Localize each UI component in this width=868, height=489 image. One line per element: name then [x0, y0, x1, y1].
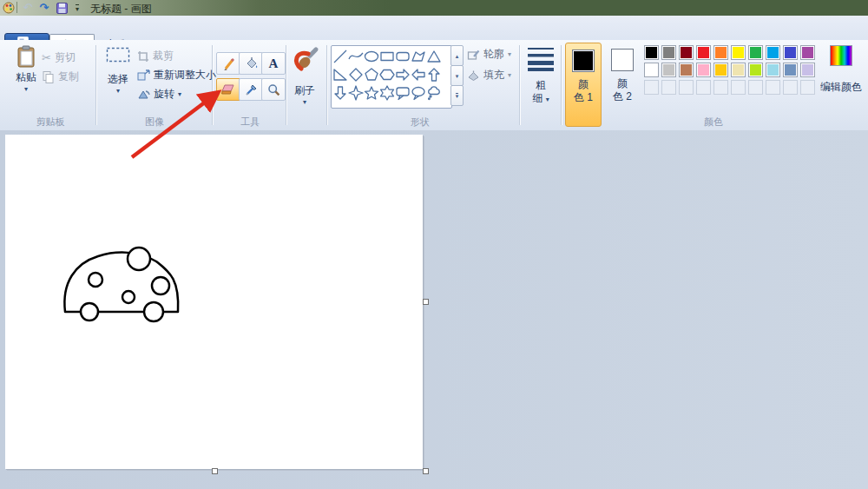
shape-oval-callout-icon[interactable]: [411, 83, 426, 102]
shape-triangle-icon[interactable]: [426, 47, 442, 65]
pencil-tool[interactable]: [216, 52, 240, 75]
shapes-more-button[interactable]: ▾: [450, 85, 464, 106]
copy-button[interactable]: 复制: [42, 69, 79, 84]
undo-icon[interactable]: ↶: [21, 1, 35, 14]
shape-rectangle-icon[interactable]: [379, 47, 395, 65]
shape-six-point-star-icon[interactable]: [379, 83, 395, 102]
brushes-button[interactable]: 刷子 ▾: [287, 45, 322, 105]
titlebar-separator: [16, 2, 17, 13]
shape-right-triangle-icon[interactable]: [332, 65, 348, 83]
magnifier-tool[interactable]: [261, 78, 286, 101]
redo-icon[interactable]: ↷: [37, 1, 51, 14]
fill-tool[interactable]: [239, 52, 263, 75]
shapes-scroll-down-button[interactable]: ▾: [450, 65, 464, 86]
palette-swatch-empty[interactable]: [696, 80, 711, 95]
shape-oval-icon[interactable]: [364, 47, 379, 65]
shape-pentagon-icon[interactable]: [364, 65, 379, 83]
shape-five-point-star-icon[interactable]: [364, 83, 379, 102]
color2-button[interactable]: 颜 色 2: [604, 43, 641, 127]
paste-button[interactable]: 粘贴 ▾: [9, 45, 43, 92]
palette-swatch-empty[interactable]: [766, 80, 780, 95]
color2-label-line2: 色 2: [613, 90, 632, 103]
palette-swatch[interactable]: [766, 45, 780, 60]
shape-hexagon-icon[interactable]: [379, 65, 395, 83]
window-title: 无标题 - 画图: [90, 2, 152, 17]
shape-polygon-icon[interactable]: [411, 47, 426, 65]
group-divider: [286, 45, 286, 125]
edit-colors-icon: [830, 45, 852, 66]
save-icon[interactable]: [55, 2, 69, 15]
color1-button[interactable]: 颜 色 1: [565, 43, 602, 127]
palette-swatch[interactable]: [644, 63, 659, 77]
palette-swatch[interactable]: [644, 45, 659, 60]
canvas-resize-handle-bottom[interactable]: [212, 468, 218, 474]
palette-swatch[interactable]: [731, 63, 746, 77]
palette-swatch-empty[interactable]: [748, 80, 763, 95]
crop-button[interactable]: 裁剪: [137, 49, 174, 63]
palette-swatch[interactable]: [713, 45, 728, 60]
palette-swatch[interactable]: [696, 45, 711, 60]
shape-left-arrow-icon[interactable]: [411, 65, 426, 83]
palette-swatch[interactable]: [679, 45, 694, 60]
shape-up-arrow-icon[interactable]: [426, 65, 442, 83]
edit-colors-button[interactable]: 编辑颜色: [818, 45, 865, 95]
palette-swatch[interactable]: [783, 63, 798, 77]
shape-line-icon[interactable]: [332, 47, 348, 65]
palette-swatch[interactable]: [783, 45, 798, 60]
color2-swatch: [611, 49, 634, 71]
select-icon: [106, 47, 130, 63]
fill-shape-icon: [467, 69, 480, 82]
drawing-canvas[interactable]: [5, 135, 423, 469]
qat-dropdown-icon[interactable]: ▾: [70, 2, 84, 15]
shape-rounded-callout-icon[interactable]: [395, 83, 411, 102]
outline-button[interactable]: 轮廓 ▾: [467, 47, 511, 62]
palette-swatch[interactable]: [748, 45, 763, 60]
palette-swatch[interactable]: [800, 63, 815, 77]
shape-right-arrow-icon[interactable]: [395, 65, 411, 83]
color-picker-tool[interactable]: [239, 78, 263, 101]
palette-swatch[interactable]: [679, 63, 694, 77]
palette-swatch-empty[interactable]: [644, 80, 659, 95]
select-button[interactable]: 选择 ▾: [101, 47, 135, 94]
palette-swatch-empty[interactable]: [713, 80, 728, 95]
palette-swatch[interactable]: [661, 63, 676, 77]
rotate-button[interactable]: 旋转 ▾: [137, 87, 181, 102]
palette-swatch[interactable]: [731, 45, 746, 60]
color1-label-line2: 色 1: [574, 91, 593, 104]
title-bar: ↶ ↷ ▾ 无标题 - 画图: [0, 0, 868, 17]
size-label-line2: 细: [532, 92, 542, 104]
rotate-icon: [137, 89, 150, 100]
canvas-resize-handle-corner[interactable]: [423, 468, 429, 474]
shape-diamond-icon[interactable]: [348, 65, 364, 83]
palette-swatch-empty[interactable]: [661, 80, 676, 95]
text-tool[interactable]: A: [261, 52, 286, 75]
palette-swatch[interactable]: [800, 45, 815, 60]
fill-button[interactable]: 填充 ▾: [467, 68, 511, 83]
palette-swatch-empty[interactable]: [679, 80, 694, 95]
fill-with-color-icon: [244, 56, 259, 70]
shape-down-arrow-icon[interactable]: [332, 83, 348, 102]
size-dropdown-icon: ▾: [546, 96, 549, 103]
shape-rounded-rectangle-icon[interactable]: [395, 47, 411, 65]
magnifier-icon: [267, 83, 280, 96]
fill-dropdown-icon: ▾: [508, 73, 511, 78]
palette-swatch[interactable]: [748, 63, 763, 77]
palette-swatch[interactable]: [696, 63, 711, 77]
cut-button[interactable]: ✂ 剪切: [42, 50, 76, 65]
shape-four-point-star-icon[interactable]: [348, 83, 364, 102]
palette-swatch[interactable]: [661, 45, 676, 60]
shape-curve-icon[interactable]: [348, 47, 364, 65]
resize-button[interactable]: 重新调整大小: [137, 68, 216, 83]
palette-swatch-empty[interactable]: [783, 80, 798, 95]
eraser-tool[interactable]: [216, 78, 240, 101]
palette-swatch-empty[interactable]: [731, 80, 746, 95]
shape-cloud-callout-icon[interactable]: [426, 83, 442, 102]
size-button[interactable]: 粗 细 ▾: [523, 47, 559, 105]
shapes-scroll-up-button[interactable]: ▴: [450, 45, 464, 66]
palette-swatch[interactable]: [713, 63, 728, 77]
select-label: 选择: [108, 72, 128, 87]
workspace: [0, 130, 868, 489]
canvas-resize-handle-right[interactable]: [423, 299, 429, 305]
palette-swatch-empty[interactable]: [800, 80, 815, 95]
palette-swatch[interactable]: [766, 63, 780, 77]
